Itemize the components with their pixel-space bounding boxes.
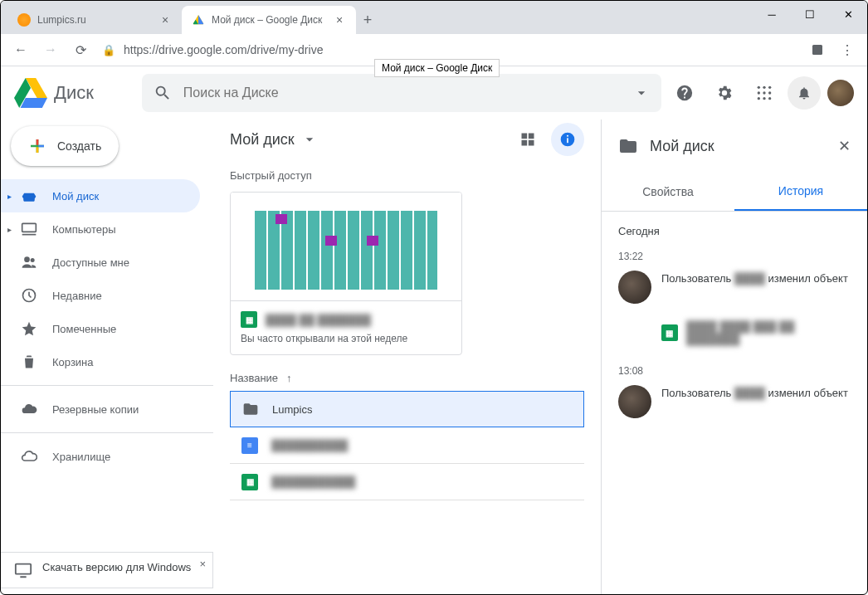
user-avatar-icon [618, 271, 651, 304]
file-row-doc[interactable]: ≡ ██████████ [230, 427, 584, 464]
file-row-folder[interactable]: Lumpics [230, 391, 584, 427]
sidebar: Создать ▸ Мой диск ▸ Компьютеры Доступны… [1, 119, 213, 595]
computers-icon [21, 221, 37, 237]
download-banner[interactable]: Скачать версию для Windows × [1, 552, 213, 588]
name-column-header[interactable]: Название ↑ [230, 372, 584, 384]
sidebar-item-label: Хранилище [52, 451, 110, 463]
details-title: Мой диск [650, 138, 714, 155]
svg-rect-19 [522, 134, 528, 139]
folder-icon [618, 136, 638, 156]
extension-icon[interactable] [804, 37, 831, 63]
sidebar-item-trash[interactable]: Корзина [1, 345, 200, 378]
svg-point-16 [31, 258, 35, 262]
browser-menu-button[interactable]: ⋮ [834, 37, 861, 63]
svg-rect-24 [567, 138, 568, 143]
sidebar-item-mydrive[interactable]: ▸ Мой диск [1, 179, 200, 212]
close-icon[interactable]: × [199, 558, 206, 570]
sidebar-item-shared[interactable]: Доступные мне [1, 246, 200, 279]
create-button[interactable]: Создать [11, 126, 119, 166]
quick-access-label: Быстрый доступ [230, 169, 584, 182]
chevron-down-icon [301, 131, 318, 148]
apps-button[interactable] [748, 76, 781, 110]
minimize-button[interactable]: ─ [753, 1, 791, 27]
sidebar-item-label: Резервные копии [52, 403, 139, 416]
tab-history[interactable]: История [734, 173, 867, 211]
sidebar-item-backups[interactable]: Резервные копии [1, 393, 200, 426]
breadcrumb[interactable]: Мой диск [230, 131, 318, 149]
svg-point-4 [758, 86, 760, 89]
lock-icon[interactable]: 🔒 [102, 44, 115, 56]
history-time: 13:08 [618, 365, 851, 377]
user-avatar[interactable] [827, 80, 854, 106]
address-bar: ← → ⟳ 🔒 ⋮ Мой диск – Google Диск [1, 34, 867, 66]
search-box[interactable] [142, 74, 661, 112]
maximize-button[interactable]: ☐ [791, 1, 829, 27]
plus-icon [27, 136, 47, 156]
close-window-button[interactable]: ✕ [829, 1, 867, 27]
tab-properties[interactable]: Свойства [602, 173, 734, 211]
sidebar-item-recent[interactable]: Недавние [1, 279, 200, 312]
svg-point-7 [758, 91, 760, 94]
notifications-button[interactable] [788, 76, 821, 110]
page-tooltip: Мой диск – Google Диск [374, 59, 500, 77]
star-icon [21, 320, 37, 337]
history-file-ref[interactable]: ▦ ████ ████ ███ ██ ███████ [661, 320, 851, 345]
svg-point-12 [768, 97, 771, 100]
url-input[interactable] [119, 38, 801, 61]
svg-rect-14 [22, 223, 37, 232]
file-name: ███████████ [271, 476, 355, 488]
cloud-icon [21, 401, 37, 417]
sidebar-item-computers[interactable]: ▸ Компьютеры [1, 212, 200, 246]
reload-button[interactable]: ⟳ [67, 37, 94, 63]
favicon-icon [192, 13, 205, 27]
browser-tab[interactable]: Lumpics.ru × [7, 6, 182, 34]
sidebar-item-storage[interactable]: Хранилище [1, 440, 200, 473]
file-name: Lumpics [272, 403, 312, 416]
grid-view-button[interactable] [511, 123, 544, 156]
svg-point-11 [763, 97, 765, 100]
history-entry: Пользователь ████ изменил объект [618, 271, 851, 304]
history-time: 13:22 [618, 251, 851, 262]
help-button[interactable] [668, 76, 701, 110]
docs-icon: ≡ [241, 437, 258, 454]
sidebar-item-label: Компьютеры [52, 223, 116, 236]
browser-tab-active[interactable]: Мой диск – Google Диск × [182, 6, 356, 34]
sheets-icon: ▦ [241, 474, 258, 490]
search-icon [154, 84, 172, 102]
file-row-sheet[interactable]: ▦ ███████████ [230, 464, 584, 500]
quick-access-card[interactable]: ▦ ████ ██ ███████ Вы часто открывали на … [230, 192, 462, 355]
info-button[interactable] [551, 123, 584, 156]
svg-rect-20 [529, 134, 534, 139]
sheets-icon: ▦ [661, 324, 678, 341]
search-input[interactable] [183, 85, 622, 100]
close-icon[interactable]: × [333, 13, 346, 27]
arrow-up-icon: ↑ [286, 372, 292, 384]
sidebar-item-starred[interactable]: Помеченные [1, 312, 200, 345]
close-icon[interactable]: × [158, 13, 172, 27]
monitor-icon [14, 561, 32, 579]
files-area: Мой диск Быстрый доступ [213, 119, 602, 595]
forward-button[interactable]: → [37, 37, 64, 63]
recent-icon [21, 287, 37, 304]
sidebar-item-label: Недавние [52, 290, 102, 302]
user-avatar-icon [618, 385, 651, 418]
new-tab-button[interactable]: + [356, 8, 379, 32]
settings-button[interactable] [708, 76, 741, 110]
drive-logo[interactable]: Диск [14, 76, 94, 110]
svg-point-10 [758, 97, 760, 100]
search-dropdown-icon[interactable] [633, 85, 650, 101]
svg-point-6 [768, 86, 771, 89]
browser-titlebar: Lumpics.ru × Мой диск – Google Диск × + … [1, 1, 867, 34]
svg-rect-22 [529, 140, 534, 146]
svg-rect-21 [522, 140, 528, 146]
close-panel-button[interactable]: ✕ [838, 137, 851, 155]
svg-rect-13 [23, 198, 34, 201]
svg-point-25 [567, 135, 568, 137]
history-day-label: Сегодня [618, 225, 851, 237]
svg-point-15 [24, 256, 30, 262]
download-banner-text: Скачать версию для Windows [42, 561, 191, 573]
trash-icon [21, 354, 37, 370]
back-button[interactable]: ← [7, 37, 34, 63]
window-controls: ─ ☐ ✕ [753, 1, 867, 27]
sidebar-item-label: Доступные мне [52, 256, 129, 269]
